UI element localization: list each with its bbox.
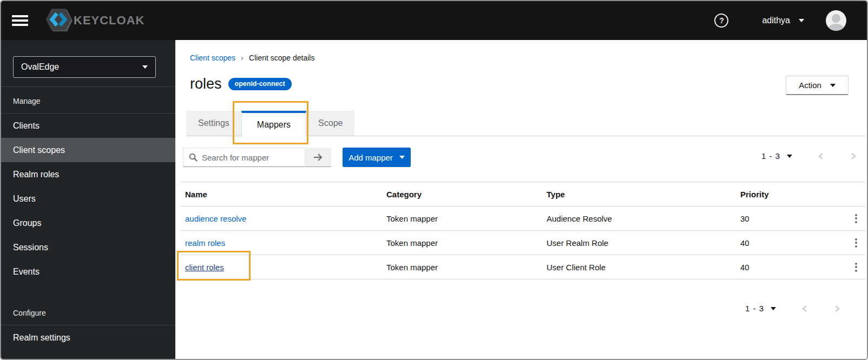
sidebar-item-clients[interactable]: Clients [1, 114, 175, 138]
chevron-left-icon [817, 152, 825, 161]
per-page-menu-button[interactable] [787, 155, 792, 158]
column-header-priority: Priority [740, 190, 847, 199]
cell-type: User Realm Role [547, 238, 740, 248]
chevron-down-icon [830, 84, 836, 87]
masthead-right: ? adithya [714, 10, 867, 31]
add-mapper-label: Add mapper [348, 153, 393, 162]
username: adithya [762, 16, 790, 25]
breadcrumb-separator: › [241, 53, 244, 62]
cell-category: Token mapper [386, 263, 547, 272]
cell-category: Token mapper [386, 214, 547, 223]
search-icon [189, 153, 198, 162]
search-box [183, 148, 305, 167]
table-row: realm roles Token mapper User Realm Role… [181, 231, 865, 255]
brand-text: KEYCLOAK [74, 14, 144, 28]
sidebar-item-realm-settings[interactable]: Realm settings [1, 325, 175, 350]
cell-priority: 40 [740, 238, 847, 248]
avatar-torso-shape [828, 24, 844, 31]
user-menu-button[interactable]: adithya [762, 16, 804, 25]
pagination-top: 1 - 3 [761, 151, 857, 161]
help-icon[interactable]: ? [714, 14, 728, 28]
chevron-right-icon [850, 152, 857, 161]
kebab-menu-icon[interactable] [853, 236, 859, 250]
sidebar-item-groups[interactable]: Groups [1, 211, 175, 235]
cell-type: Audience Resolve [547, 214, 740, 223]
mapper-link-realm-roles[interactable]: realm roles [185, 238, 225, 248]
chevron-down-icon [399, 156, 405, 159]
chevron-down-icon [799, 19, 804, 22]
page-title: roles [190, 76, 222, 92]
masthead: KEYCLOAK ? adithya [1, 1, 867, 40]
breadcrumb: Client scopes › Client scope details [190, 53, 314, 62]
action-button-label: Action [799, 81, 821, 90]
pagination-range: 1 - 3 [761, 151, 780, 161]
main-content: Client scopes › Client scope details rol… [175, 40, 867, 359]
cell-category: Token mapper [386, 238, 547, 248]
table-row: audience resolve Token mapper Audience R… [181, 206, 865, 231]
mapper-link-client-roles[interactable]: client roles [185, 263, 224, 272]
sidebar-item-users[interactable]: Users [1, 186, 175, 211]
protocol-badge: openid-connect [228, 78, 292, 90]
sidebar-group-configure: Configure [1, 309, 175, 325]
keycloak-logo: KEYCLOAK [44, 7, 144, 34]
search-submit-button[interactable] [305, 148, 331, 167]
search-input[interactable] [202, 153, 299, 162]
sidebar-item-sessions[interactable]: Sessions [1, 235, 175, 259]
table-header-row: Name Category Type Priority [181, 182, 865, 206]
arrow-right-icon [313, 153, 324, 162]
per-page-menu-button[interactable] [771, 307, 776, 310]
realm-select-value: OvalEdge [21, 62, 59, 72]
prev-page-button[interactable] [801, 304, 808, 313]
mappers-table: Name Category Type Priority audience res… [181, 182, 865, 279]
tab-mappers[interactable]: Mappers [241, 111, 306, 136]
nav-toggle-icon[interactable] [12, 14, 30, 27]
app-window: KEYCLOAK ? adithya OvalEdge Manage Clien… [0, 0, 868, 360]
kebab-menu-icon[interactable] [853, 212, 859, 225]
chevron-down-icon [787, 155, 792, 158]
cell-priority: 30 [740, 214, 847, 223]
action-button[interactable]: Action [786, 76, 849, 95]
sidebar-group-manage: Manage [1, 87, 175, 113]
column-header-type: Type [547, 190, 740, 199]
chevron-left-icon [801, 304, 808, 313]
mapper-link-audience-resolve[interactable]: audience resolve [185, 214, 246, 223]
chevron-right-icon [833, 304, 841, 313]
sidebar-item-events[interactable]: Events [1, 259, 175, 284]
column-header-name: Name [181, 190, 386, 199]
tabs: Settings Mappers Scope [186, 111, 354, 136]
search-group [183, 148, 331, 167]
sidebar-spacer [1, 284, 175, 309]
sidebar-item-realm-roles[interactable]: Realm roles [1, 162, 175, 186]
pagination-range: 1 - 3 [745, 304, 764, 313]
title-row: roles openid-connect [190, 76, 292, 92]
cell-type: User Client Role [547, 263, 740, 272]
breadcrumb-current: Client scope details [249, 54, 314, 62]
cell-priority: 40 [740, 263, 847, 272]
tab-settings[interactable]: Settings [186, 111, 241, 136]
keycloak-hexagon-icon [44, 7, 73, 34]
avatar[interactable] [826, 10, 846, 31]
prev-page-button[interactable] [817, 152, 825, 161]
breadcrumb-client-scopes-link[interactable]: Client scopes [190, 54, 235, 62]
chevron-down-icon [771, 307, 776, 310]
sidebar-item-client-scopes[interactable]: Client scopes [1, 138, 175, 162]
chevron-down-icon [142, 65, 148, 69]
sidebar: OvalEdge Manage Clients Client scopes Re… [1, 40, 175, 359]
tab-scope[interactable]: Scope [306, 111, 354, 136]
next-page-button[interactable] [850, 152, 857, 161]
avatar-head-shape [832, 14, 840, 23]
table-row: client roles Token mapper User Client Ro… [181, 255, 865, 279]
realm-select[interactable]: OvalEdge [13, 56, 156, 78]
next-page-button[interactable] [833, 304, 841, 313]
column-header-category: Category [386, 190, 547, 199]
kebab-menu-icon[interactable] [853, 261, 859, 274]
toolbar: Add mapper [183, 148, 411, 167]
add-mapper-button[interactable]: Add mapper [343, 148, 411, 167]
pagination-bottom: 1 - 3 [745, 304, 841, 313]
